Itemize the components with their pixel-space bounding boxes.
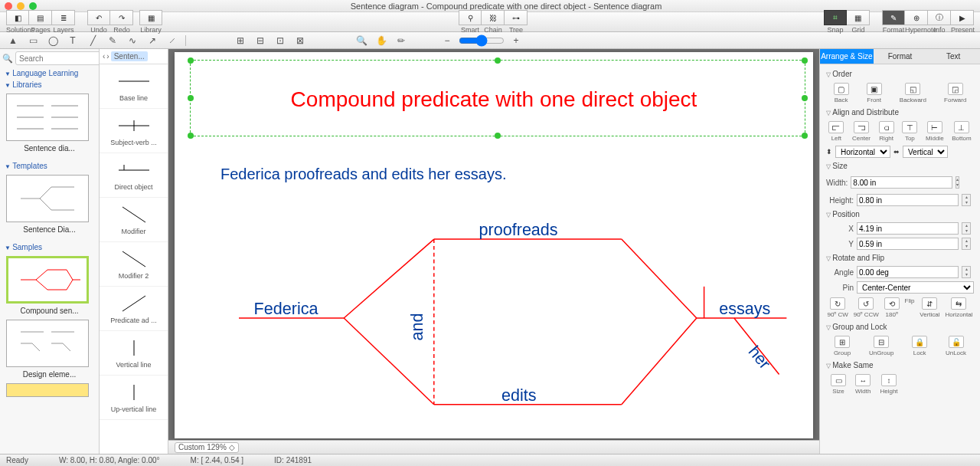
section-align[interactable]: Align and Distribute [826,106,974,119]
curve-tool[interactable]: ∿ [124,34,141,48]
group-button[interactable]: ⊞Group [834,336,851,356]
align-tool[interactable]: ⊞ [232,34,249,48]
same-size-button[interactable]: ▭Size [831,374,846,395]
zoom-out-button[interactable]: − [439,34,456,48]
undo-button[interactable]: ↶ [87,10,110,25]
search-input[interactable] [15,51,100,65]
same-width-button[interactable]: ↔Width [855,374,871,395]
section-position[interactable]: Position [826,208,974,221]
lib-item[interactable]: Modifier 2 [100,242,168,287]
sample-thumbnail-compound[interactable] [6,256,89,304]
library-tab[interactable]: Senten... [111,51,148,61]
grid-button[interactable]: ▦ [847,10,870,25]
snap-button[interactable]: ⌗ [824,10,847,25]
zoom-in-button[interactable]: + [508,34,524,48]
unlock-button[interactable]: 🔓UnLock [946,336,966,356]
zoom-display[interactable]: Custom 129% ◇ [175,442,239,453]
library-button[interactable]: ▦ [139,10,162,25]
solutions-button[interactable]: ◧ [6,10,29,25]
section-size[interactable]: Size [826,159,974,172]
rotate-180-button[interactable]: ⟲180º [884,297,900,318]
zoom-slider[interactable] [459,34,505,47]
minimize-icon[interactable] [17,2,24,10]
distribute-tool[interactable]: ⊟ [252,34,269,48]
height-input[interactable] [857,194,959,206]
chain-button[interactable]: ⛓ [482,10,505,25]
info-button[interactable]: ⓘ [928,10,951,25]
same-height-button[interactable]: ↕Height [880,374,897,395]
pin-select[interactable]: Center-Center [857,281,974,294]
angle-input[interactable] [857,266,959,278]
align-left-button[interactable]: ⫍Left [828,121,844,142]
redo-button[interactable]: ↷ [110,10,133,25]
rotate-cw-button[interactable]: ↻90º CW [827,297,848,318]
flip-v-button[interactable]: ⇵Vertical [920,297,939,318]
x-input[interactable] [857,222,959,235]
section-order[interactable]: Order [826,67,974,80]
align-middle-button[interactable]: ⊢Middle [926,121,944,142]
align-right-button[interactable]: ⫏Right [879,121,894,142]
ungroup-button[interactable]: ⊟UnGroup [869,336,893,356]
pen-tool[interactable]: ✎ [104,34,121,48]
y-input[interactable] [857,238,959,250]
hypernote-button[interactable]: ⊕ [905,10,928,25]
align-top-button[interactable]: ⊤Top [902,121,917,142]
template-thumbnail[interactable] [6,175,89,222]
ungroup-tool[interactable]: ⊠ [292,34,309,48]
canvas[interactable]: Compound predicate with one direct objec… [175,52,813,438]
nav-fwd-icon[interactable]: › [106,52,109,61]
tree-button[interactable]: ⊶ [505,10,528,25]
layers-button[interactable]: ≣ [52,10,75,25]
flip-h-button[interactable]: ⇆Horizontal [945,297,972,318]
zoom-icon[interactable] [29,2,37,10]
hand-tool[interactable]: ✋ [373,34,390,48]
rect-tool[interactable]: ▭ [24,34,41,48]
lib-item[interactable]: Predicate ad ... [100,287,168,331]
lib-item[interactable]: Vertical line [100,331,168,376]
section-samples[interactable]: Samples [0,241,99,253]
section-group[interactable]: Group and Lock [826,320,974,333]
pointer-tool[interactable]: ▲ [5,34,21,48]
order-back-button[interactable]: ▢Back [834,83,849,103]
section-libraries[interactable]: Libraries [0,79,99,90]
section-rotate[interactable]: Rotate and Flip [826,251,974,264]
nav-back-icon[interactable]: ‹ [103,52,105,61]
width-input[interactable] [851,176,952,189]
section-language-learning[interactable]: Language Learning [0,67,99,79]
lib-item[interactable]: Base line [100,64,168,109]
section-make-same[interactable]: Make Same [826,359,974,372]
canvas-area[interactable]: Compound predicate with one direct objec… [168,49,819,454]
example-sentence[interactable]: Federica proofreads and edits her essays… [220,166,507,183]
section-templates[interactable]: Templates [0,160,99,172]
sample-thumbnail-more[interactable] [6,383,89,397]
lock-proportions-checkbox[interactable] [969,176,980,189]
distribute-h-select[interactable]: Horizontal [835,146,890,158]
order-backward-button[interactable]: ◱Backward [900,83,926,103]
tab-arrange[interactable]: Arrange & Size [820,49,874,64]
rotate-ccw-button[interactable]: ↺90º CCW [854,297,879,318]
text-tool[interactable]: T [64,34,81,48]
order-forward-button[interactable]: ◲Forward [944,83,966,103]
line-tool[interactable]: ╱ [84,34,101,48]
arrow-tool[interactable]: ↗ [144,34,161,48]
distribute-v-select[interactable]: Vertical [903,146,948,158]
sentence-diagram[interactable]: Federica proofreads and edits essays her [205,205,798,431]
lock-button[interactable]: 🔒Lock [912,336,927,356]
format-button[interactable]: ✎ [882,10,905,25]
lib-item[interactable]: Up-vertical line [100,376,168,420]
lib-item[interactable]: Subject-verb ... [100,109,168,153]
connector-tool[interactable]: ⟋ [164,34,181,48]
zoom-in-tool[interactable]: 🔍 [353,34,370,48]
pages-button[interactable]: ▤ [29,10,52,25]
lib-item[interactable]: Direct object [100,153,168,198]
diagram-title[interactable]: Compound predicate with one direct objec… [175,87,813,112]
group-tool[interactable]: ⊡ [272,34,289,48]
tab-text[interactable]: Text [926,49,980,64]
close-icon[interactable] [5,2,12,10]
tab-format[interactable]: Format [874,49,927,64]
align-center-button[interactable]: ⫎Center [852,121,871,142]
edit-tool[interactable]: ✏ [393,34,410,48]
sample-thumbnail-design[interactable] [6,320,89,367]
lib-item[interactable]: Modifier [100,198,168,242]
ellipse-tool[interactable]: ◯ [44,34,61,48]
